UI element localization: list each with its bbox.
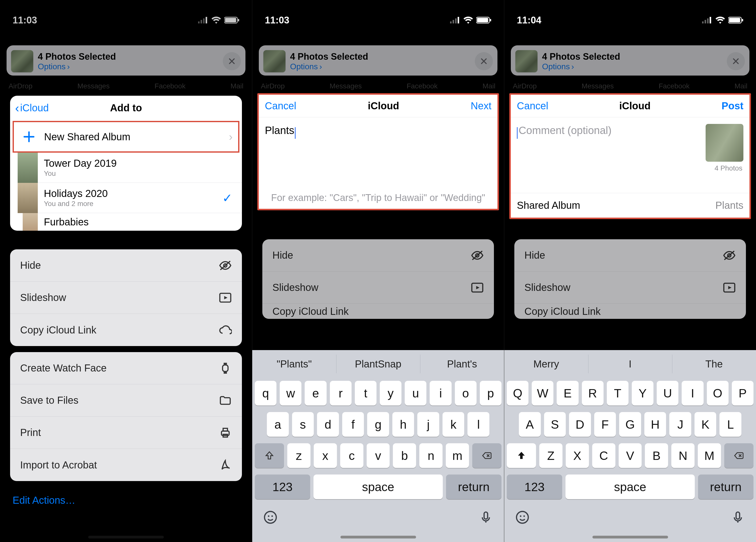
app-facebook[interactable]: Facebook [154, 82, 185, 90]
key-p[interactable]: P [732, 381, 753, 405]
album-row[interactable]: Tower Day 2019You [23, 153, 242, 183]
prediction[interactable]: "Plants" [252, 350, 336, 378]
key-r[interactable]: r [330, 381, 352, 405]
key-f[interactable]: F [594, 412, 616, 437]
key-l[interactable]: l [467, 412, 489, 437]
key-g[interactable]: G [619, 412, 641, 437]
app-mail[interactable]: Mail [735, 82, 747, 90]
next-button[interactable]: Next [471, 100, 491, 112]
action-hide[interactable]: Hide [10, 249, 242, 281]
key-v[interactable]: V [619, 443, 642, 468]
action-slideshow[interactable]: Slideshow [514, 271, 746, 304]
home-indicator[interactable] [592, 536, 668, 538]
key-u[interactable]: U [657, 381, 678, 405]
key-e[interactable]: e [305, 381, 326, 405]
cancel-button[interactable]: Cancel [265, 100, 296, 112]
app-mail[interactable]: Mail [231, 82, 243, 90]
key-j[interactable]: j [417, 412, 439, 437]
app-messages[interactable]: Messages [77, 82, 110, 90]
album-row[interactable]: Holidays 2020You and 2 more ✓ [23, 183, 242, 213]
key-z[interactable]: z [287, 443, 310, 468]
key-d[interactable]: D [569, 412, 591, 437]
options-link[interactable]: Options› [290, 62, 475, 71]
key-k[interactable]: k [443, 412, 464, 437]
key-n[interactable]: N [671, 443, 695, 468]
space-key[interactable]: space [565, 474, 695, 499]
key-t[interactable]: t [355, 381, 376, 405]
key-o[interactable]: o [455, 381, 477, 405]
home-indicator[interactable] [340, 536, 416, 538]
action-watch-face[interactable]: Create Watch Face [10, 352, 242, 384]
space-key[interactable]: space [313, 474, 443, 499]
key-s[interactable]: S [544, 412, 566, 437]
app-airdrop[interactable]: AirDrop [261, 82, 285, 90]
action-hide[interactable]: Hide [514, 239, 746, 271]
cancel-button[interactable]: Cancel [517, 100, 548, 112]
key-x[interactable]: x [314, 443, 337, 468]
key-a[interactable]: A [519, 412, 541, 437]
key-i[interactable]: i [430, 381, 451, 405]
action-copy-link[interactable]: Copy iCloud Link [262, 304, 494, 319]
edit-actions-link[interactable]: Edit Actions… [10, 487, 242, 514]
comment-input[interactable]: Comment (optional) 4 Photos [511, 117, 749, 193]
shared-album-row[interactable]: Shared Album Plants [511, 193, 749, 218]
action-slideshow[interactable]: Slideshow [262, 271, 494, 304]
key-u[interactable]: u [405, 381, 426, 405]
prediction[interactable]: Merry [504, 350, 588, 378]
key-v[interactable]: v [367, 443, 390, 468]
back-button[interactable]: ‹iCloud [15, 101, 49, 115]
dictation-key[interactable] [731, 510, 745, 524]
action-print[interactable]: Print [10, 416, 242, 449]
dictation-key[interactable] [479, 510, 493, 524]
key-o[interactable]: O [707, 381, 729, 405]
key-p[interactable]: p [480, 381, 501, 405]
album-row[interactable]: Furbabies [23, 213, 242, 231]
prediction[interactable]: PlantSnap [336, 350, 420, 378]
key-j[interactable]: J [669, 412, 691, 437]
key-y[interactable]: Y [632, 381, 653, 405]
key-x[interactable]: X [566, 443, 589, 468]
key-c[interactable]: c [340, 443, 363, 468]
shift-key[interactable] [255, 443, 284, 468]
key-w[interactable]: w [280, 381, 301, 405]
prediction[interactable]: The [672, 350, 756, 378]
key-n[interactable]: n [419, 443, 443, 468]
key-f[interactable]: f [342, 412, 364, 437]
app-messages[interactable]: Messages [330, 82, 362, 90]
key-m[interactable]: M [698, 443, 721, 468]
numbers-key[interactable]: 123 [255, 474, 310, 499]
key-a[interactable]: a [267, 412, 289, 437]
app-facebook[interactable]: Facebook [659, 82, 690, 90]
action-import-acrobat[interactable]: Import to Acrobat [10, 449, 242, 481]
backspace-key[interactable] [472, 443, 501, 468]
key-m[interactable]: m [446, 443, 469, 468]
new-shared-album-row[interactable]: New Shared Album › [14, 122, 238, 151]
key-h[interactable]: h [392, 412, 414, 437]
key-e[interactable]: E [557, 381, 578, 405]
app-airdrop[interactable]: AirDrop [513, 82, 537, 90]
key-w[interactable]: W [532, 381, 553, 405]
app-mail[interactable]: Mail [483, 82, 495, 90]
key-y[interactable]: y [380, 381, 401, 405]
app-airdrop[interactable]: AirDrop [9, 82, 33, 90]
key-h[interactable]: H [644, 412, 666, 437]
key-b[interactable]: B [645, 443, 668, 468]
key-s[interactable]: s [292, 412, 314, 437]
key-g[interactable]: g [367, 412, 389, 437]
action-slideshow[interactable]: Slideshow [10, 281, 242, 314]
post-button[interactable]: Post [721, 100, 743, 112]
emoji-key[interactable] [515, 510, 529, 524]
app-messages[interactable]: Messages [582, 82, 614, 90]
key-q[interactable]: q [255, 381, 276, 405]
numbers-key[interactable]: 123 [507, 474, 562, 499]
key-r[interactable]: R [582, 381, 604, 405]
key-z[interactable]: Z [539, 443, 562, 468]
key-l[interactable]: L [719, 412, 741, 437]
close-button[interactable] [223, 52, 241, 70]
key-b[interactable]: b [393, 443, 416, 468]
return-key[interactable]: return [698, 474, 753, 499]
action-save-files[interactable]: Save to Files [10, 384, 242, 416]
close-button[interactable] [727, 52, 745, 70]
action-copy-link[interactable]: Copy iCloud Link [10, 314, 242, 346]
action-hide[interactable]: Hide [262, 239, 494, 271]
